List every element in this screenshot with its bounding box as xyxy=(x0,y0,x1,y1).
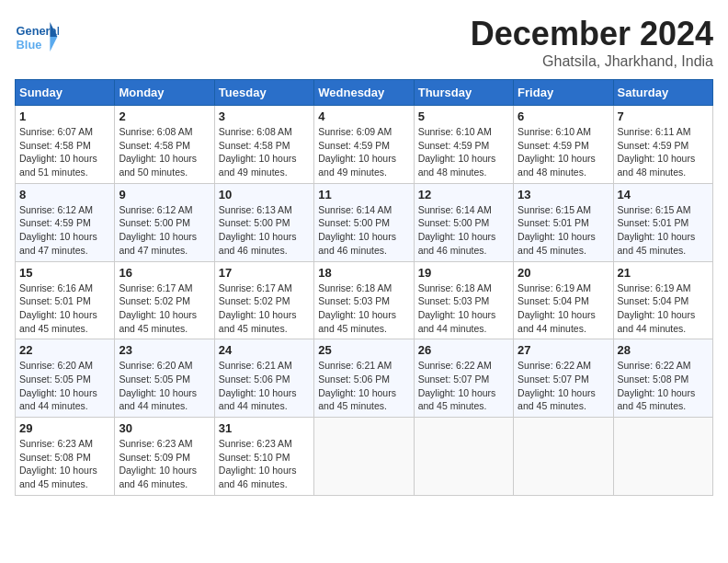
day-info: Sunrise: 6:20 AMSunset: 5:05 PMDaylight:… xyxy=(19,359,110,413)
day-12: 12Sunrise: 6:14 AMSunset: 5:00 PMDayligh… xyxy=(414,183,513,261)
day-info: Sunrise: 6:08 AMSunset: 4:58 PMDaylight:… xyxy=(119,125,210,179)
day-25: 25Sunrise: 6:21 AMSunset: 5:06 PMDayligh… xyxy=(314,339,414,418)
day-13: 13Sunrise: 6:15 AMSunset: 5:01 PMDayligh… xyxy=(514,183,613,261)
day-info: Sunrise: 6:10 AMSunset: 4:59 PMDaylight:… xyxy=(518,125,609,179)
day-number: 1 xyxy=(19,109,110,123)
day-info: Sunrise: 6:19 AMSunset: 5:04 PMDaylight:… xyxy=(618,282,709,336)
day-info: Sunrise: 6:23 AMSunset: 5:09 PMDaylight:… xyxy=(119,437,210,491)
day-info: Sunrise: 6:12 AMSunset: 5:00 PMDaylight:… xyxy=(119,203,210,258)
day-5: 5Sunrise: 6:10 AMSunset: 4:59 PMDaylight… xyxy=(414,106,513,184)
day-info: Sunrise: 6:18 AMSunset: 5:03 PMDaylight:… xyxy=(418,282,509,336)
day-3: 3Sunrise: 6:08 AMSunset: 4:58 PMDaylight… xyxy=(214,106,313,184)
day-info: Sunrise: 6:13 AMSunset: 5:00 PMDaylight:… xyxy=(219,203,310,258)
day-info: Sunrise: 6:11 AMSunset: 4:59 PMDaylight:… xyxy=(618,125,709,179)
calendar: Sunday Monday Tuesday Wednesday Thursday… xyxy=(15,79,713,496)
day-number: 22 xyxy=(19,343,110,357)
day-info: Sunrise: 6:19 AMSunset: 5:04 PMDaylight:… xyxy=(518,282,609,336)
col-saturday: Saturday xyxy=(613,80,712,106)
svg-text:Blue: Blue xyxy=(17,38,42,52)
day-info: Sunrise: 6:10 AMSunset: 4:59 PMDaylight:… xyxy=(418,125,509,179)
header-row: Sunday Monday Tuesday Wednesday Thursday… xyxy=(16,80,713,106)
day-info: Sunrise: 6:16 AMSunset: 5:01 PMDaylight:… xyxy=(19,282,110,336)
day-24: 24Sunrise: 6:21 AMSunset: 5:06 PMDayligh… xyxy=(214,339,313,418)
day-number: 30 xyxy=(119,421,210,435)
day-number: 20 xyxy=(518,266,609,280)
day-number: 3 xyxy=(219,109,310,123)
day-17: 17Sunrise: 6:17 AMSunset: 5:02 PMDayligh… xyxy=(214,261,313,339)
day-2: 2Sunrise: 6:08 AMSunset: 4:58 PMDaylight… xyxy=(115,106,214,184)
day-number: 9 xyxy=(119,188,210,201)
day-6: 6Sunrise: 6:10 AMSunset: 4:59 PMDaylight… xyxy=(514,106,613,184)
day-22: 22Sunrise: 6:20 AMSunset: 5:05 PMDayligh… xyxy=(16,339,115,418)
day-20: 20Sunrise: 6:19 AMSunset: 5:04 PMDayligh… xyxy=(514,261,613,339)
day-info: Sunrise: 6:08 AMSunset: 4:58 PMDaylight:… xyxy=(219,125,310,179)
day-4: 4Sunrise: 6:09 AMSunset: 4:59 PMDaylight… xyxy=(314,106,414,184)
day-27: 27Sunrise: 6:22 AMSunset: 5:07 PMDayligh… xyxy=(514,339,613,418)
logo-icon: General Blue xyxy=(15,15,59,59)
day-1: 1Sunrise: 6:07 AMSunset: 4:58 PMDaylight… xyxy=(16,106,115,184)
day-number: 11 xyxy=(318,188,409,201)
svg-marker-3 xyxy=(50,37,57,52)
day-number: 29 xyxy=(19,421,110,435)
day-number: 12 xyxy=(418,188,509,201)
day-info: Sunrise: 6:12 AMSunset: 4:59 PMDaylight:… xyxy=(19,203,110,258)
day-19: 19Sunrise: 6:18 AMSunset: 5:03 PMDayligh… xyxy=(414,261,513,339)
day-29: 29Sunrise: 6:23 AMSunset: 5:08 PMDayligh… xyxy=(16,418,115,496)
day-23: 23Sunrise: 6:20 AMSunset: 5:05 PMDayligh… xyxy=(115,339,214,418)
day-info: Sunrise: 6:22 AMSunset: 5:07 PMDaylight:… xyxy=(518,359,609,413)
day-number: 19 xyxy=(418,266,509,280)
logo: General Blue xyxy=(15,15,63,59)
week-row-2: 8Sunrise: 6:12 AMSunset: 4:59 PMDaylight… xyxy=(16,183,713,261)
day-10: 10Sunrise: 6:13 AMSunset: 5:00 PMDayligh… xyxy=(214,183,313,261)
day-info: Sunrise: 6:21 AMSunset: 5:06 PMDaylight:… xyxy=(318,359,409,413)
day-8: 8Sunrise: 6:12 AMSunset: 4:59 PMDaylight… xyxy=(16,183,115,261)
day-number: 21 xyxy=(618,266,709,280)
day-info: Sunrise: 6:21 AMSunset: 5:06 PMDaylight:… xyxy=(219,359,310,413)
day-number: 24 xyxy=(219,343,310,357)
day-info: Sunrise: 6:22 AMSunset: 5:08 PMDaylight:… xyxy=(618,359,709,413)
day-number: 8 xyxy=(19,188,110,201)
month-title: December 2024 xyxy=(471,15,713,53)
col-monday: Monday xyxy=(115,80,214,106)
day-number: 16 xyxy=(119,266,210,280)
day-number: 26 xyxy=(418,343,509,357)
day-empty xyxy=(613,418,712,496)
day-7: 7Sunrise: 6:11 AMSunset: 4:59 PMDaylight… xyxy=(613,106,712,184)
day-11: 11Sunrise: 6:14 AMSunset: 5:00 PMDayligh… xyxy=(314,183,414,261)
day-number: 18 xyxy=(318,266,409,280)
day-info: Sunrise: 6:23 AMSunset: 5:08 PMDaylight:… xyxy=(19,437,110,491)
day-number: 23 xyxy=(119,343,210,357)
day-info: Sunrise: 6:14 AMSunset: 5:00 PMDaylight:… xyxy=(318,203,409,258)
day-info: Sunrise: 6:18 AMSunset: 5:03 PMDaylight:… xyxy=(318,282,409,336)
day-number: 17 xyxy=(219,266,310,280)
day-15: 15Sunrise: 6:16 AMSunset: 5:01 PMDayligh… xyxy=(16,261,115,339)
day-empty xyxy=(514,418,613,496)
day-info: Sunrise: 6:17 AMSunset: 5:02 PMDaylight:… xyxy=(219,282,310,336)
day-number: 25 xyxy=(318,343,409,357)
day-number: 7 xyxy=(618,109,709,123)
day-info: Sunrise: 6:20 AMSunset: 5:05 PMDaylight:… xyxy=(119,359,210,413)
week-row-3: 15Sunrise: 6:16 AMSunset: 5:01 PMDayligh… xyxy=(16,261,713,339)
day-number: 31 xyxy=(219,421,310,435)
header: General Blue December 2024 Ghatsila, Jha… xyxy=(15,15,713,70)
day-number: 5 xyxy=(418,109,509,123)
day-info: Sunrise: 6:22 AMSunset: 5:07 PMDaylight:… xyxy=(418,359,509,413)
day-info: Sunrise: 6:23 AMSunset: 5:10 PMDaylight:… xyxy=(219,437,310,491)
day-number: 2 xyxy=(119,109,210,123)
day-empty xyxy=(314,418,414,496)
col-tuesday: Tuesday xyxy=(214,80,313,106)
day-28: 28Sunrise: 6:22 AMSunset: 5:08 PMDayligh… xyxy=(613,339,712,418)
day-number: 14 xyxy=(618,188,709,201)
week-row-1: 1Sunrise: 6:07 AMSunset: 4:58 PMDaylight… xyxy=(16,106,713,184)
day-info: Sunrise: 6:14 AMSunset: 5:00 PMDaylight:… xyxy=(418,203,509,258)
day-31: 31Sunrise: 6:23 AMSunset: 5:10 PMDayligh… xyxy=(214,418,313,496)
day-info: Sunrise: 6:17 AMSunset: 5:02 PMDaylight:… xyxy=(119,282,210,336)
col-thursday: Thursday xyxy=(414,80,513,106)
day-number: 4 xyxy=(318,109,409,123)
day-info: Sunrise: 6:15 AMSunset: 5:01 PMDaylight:… xyxy=(518,203,609,258)
day-number: 6 xyxy=(518,109,609,123)
day-number: 27 xyxy=(518,343,609,357)
day-info: Sunrise: 6:09 AMSunset: 4:59 PMDaylight:… xyxy=(318,125,409,179)
day-9: 9Sunrise: 6:12 AMSunset: 5:00 PMDaylight… xyxy=(115,183,214,261)
location-title: Ghatsila, Jharkhand, India xyxy=(471,53,713,70)
